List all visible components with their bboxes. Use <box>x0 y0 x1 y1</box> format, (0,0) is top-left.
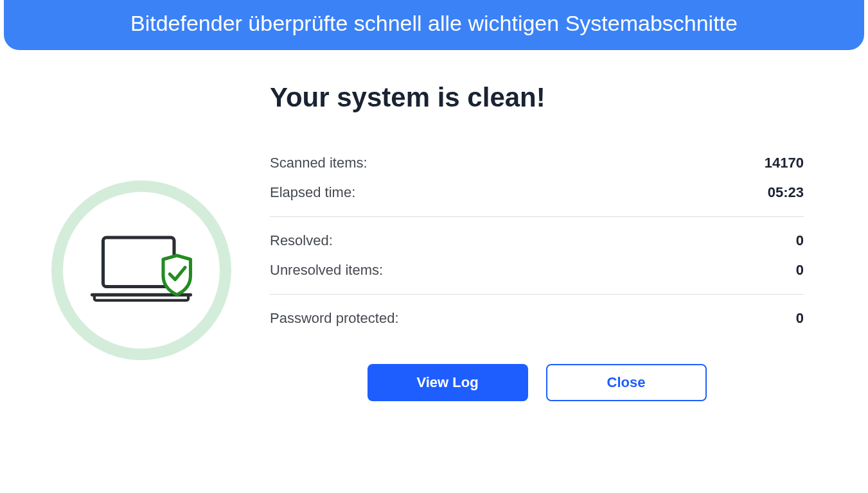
scanned-items-row: Scanned items: 14170 <box>270 148 804 178</box>
close-button[interactable]: Close <box>546 364 707 401</box>
resolved-value: 0 <box>796 232 804 249</box>
unresolved-value: 0 <box>796 262 804 279</box>
divider-2 <box>270 294 804 295</box>
password-protected-label: Password protected: <box>270 310 399 327</box>
caption-text: Bitdefender überprüfte schnell alle wich… <box>130 11 738 35</box>
status-icon-section <box>51 76 231 401</box>
result-content: Your system is clean! Scanned items: 141… <box>270 76 804 401</box>
caption-banner: Bitdefender überprüfte schnell alle wich… <box>4 0 864 50</box>
scanned-items-value: 14170 <box>765 155 804 171</box>
resolved-row: Resolved: 0 <box>270 226 804 255</box>
unresolved-row: Unresolved items: 0 <box>270 255 804 285</box>
divider-1 <box>270 216 804 217</box>
result-title: Your system is clean! <box>270 82 804 113</box>
elapsed-time-label: Elapsed time: <box>270 184 355 201</box>
button-row: View Log Close <box>270 364 804 401</box>
password-protected-value: 0 <box>796 310 804 327</box>
unresolved-label: Unresolved items: <box>270 262 383 279</box>
resolved-label: Resolved: <box>270 232 333 249</box>
elapsed-time-value: 05:23 <box>768 184 804 201</box>
view-log-button[interactable]: View Log <box>368 364 528 401</box>
status-circle <box>51 180 231 360</box>
svg-rect-2 <box>94 295 188 301</box>
elapsed-time-row: Elapsed time: 05:23 <box>270 178 804 207</box>
password-protected-row: Password protected: 0 <box>270 304 804 333</box>
scan-result-panel: Your system is clean! Scanned items: 141… <box>0 50 868 401</box>
laptop-shield-icon <box>87 229 196 312</box>
scanned-items-label: Scanned items: <box>270 155 368 171</box>
